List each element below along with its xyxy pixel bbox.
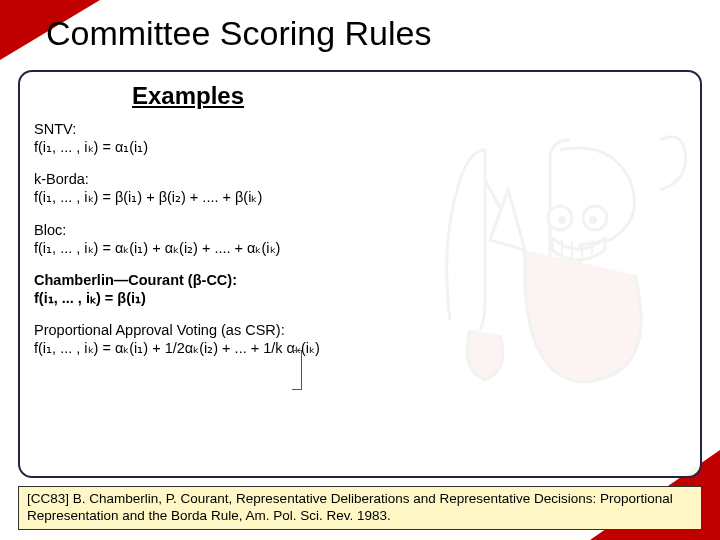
rule-formula: f(i₁, ... , iₖ) = β(i₁) + β(i₂) + .... +… bbox=[34, 188, 686, 206]
cc-bracket-icon bbox=[292, 350, 302, 390]
rule-sntv: SNTV: f(i₁, ... , iₖ) = α₁(i₁) bbox=[34, 120, 686, 156]
examples-heading: Examples bbox=[132, 82, 686, 110]
examples-panel: Examples SNTV: f(i₁, ... , iₖ) = α₁(i₁) … bbox=[18, 70, 702, 478]
rule-kborda: k-Borda: f(i₁, ... , iₖ) = β(i₁) + β(i₂)… bbox=[34, 170, 686, 206]
rule-name: Chamberlin—Courant (β-CC): bbox=[34, 271, 686, 289]
rule-formula: f(i₁, ... , iₖ) = αₖ(i₁) + αₖ(i₂) + ....… bbox=[34, 239, 686, 257]
citation-box: [CC83] B. Chamberlin, P. Courant, Repres… bbox=[18, 486, 702, 530]
rule-formula: f(i₁, ... , iₖ) = β(i₁) bbox=[34, 289, 686, 307]
rule-pav: Proportional Approval Voting (as CSR): f… bbox=[34, 321, 686, 357]
rule-bloc: Bloc: f(i₁, ... , iₖ) = αₖ(i₁) + αₖ(i₂) … bbox=[34, 221, 686, 257]
rule-cc: Chamberlin—Courant (β-CC): f(i₁, ... , i… bbox=[34, 271, 686, 307]
page-title: Committee Scoring Rules bbox=[46, 14, 431, 53]
rule-formula: f(i₁, ... , iₖ) = α₁(i₁) bbox=[34, 138, 686, 156]
rule-formula: f(i₁, ... , iₖ) = αₖ(i₁) + 1/2αₖ(i₂) + .… bbox=[34, 339, 686, 357]
rule-name: k-Borda: bbox=[34, 170, 686, 188]
rule-name: Bloc: bbox=[34, 221, 686, 239]
rule-name: Proportional Approval Voting (as CSR): bbox=[34, 321, 686, 339]
rule-name: SNTV: bbox=[34, 120, 686, 138]
